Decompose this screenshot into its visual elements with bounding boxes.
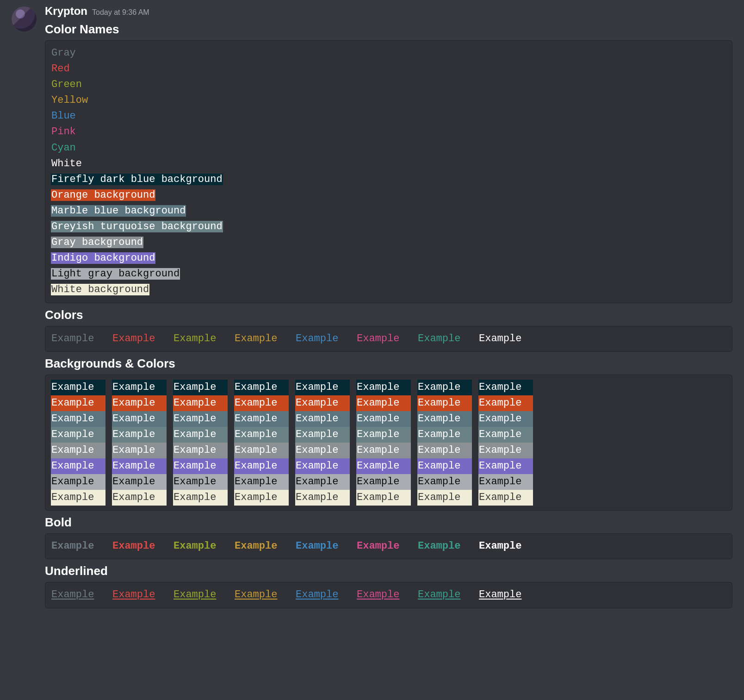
author-name[interactable]: Krypton bbox=[45, 5, 87, 18]
example-token: Example bbox=[417, 474, 472, 490]
example-token: Example bbox=[173, 474, 228, 490]
example-token: Example bbox=[234, 411, 289, 427]
codeblock-underlined[interactable]: ExampleExampleExampleExampleExampleExamp… bbox=[45, 582, 732, 608]
color-name-fg: Red bbox=[51, 63, 70, 75]
example-token: Example bbox=[51, 490, 105, 506]
example-token: Example bbox=[112, 490, 167, 506]
example-token: Example bbox=[295, 458, 350, 474]
example-token: Example bbox=[234, 490, 289, 506]
heading-bold: Bold bbox=[45, 515, 732, 530]
color-name-fg: Cyan bbox=[51, 142, 76, 154]
example-token: Example bbox=[234, 474, 289, 490]
example-token: Example bbox=[356, 538, 411, 554]
example-token: Example bbox=[417, 538, 472, 554]
message-content: Krypton Today at 9:36 AM Color Names Gra… bbox=[45, 5, 732, 611]
example-token: Example bbox=[112, 474, 167, 490]
example-token: Example bbox=[112, 458, 167, 474]
example-token: Example bbox=[478, 395, 533, 411]
example-token: Example bbox=[417, 427, 472, 443]
example-token: Example bbox=[295, 411, 350, 427]
example-token: Example bbox=[51, 395, 105, 411]
message-timestamp: Today at 9:36 AM bbox=[92, 8, 149, 17]
color-name-bg: Marble blue background bbox=[51, 205, 186, 217]
example-token: Example bbox=[295, 587, 350, 603]
example-token: Example bbox=[234, 395, 289, 411]
example-token: Example bbox=[295, 474, 350, 490]
example-token: Example bbox=[478, 587, 533, 603]
example-token: Example bbox=[478, 458, 533, 474]
example-token: Example bbox=[51, 538, 105, 554]
example-token: Example bbox=[478, 443, 533, 458]
example-token: Example bbox=[51, 474, 105, 490]
example-token: Example bbox=[112, 411, 167, 427]
example-token: Example bbox=[173, 458, 228, 474]
example-token: Example bbox=[356, 411, 411, 427]
example-token: Example bbox=[234, 427, 289, 443]
example-token: Example bbox=[295, 443, 350, 458]
example-token: Example bbox=[234, 443, 289, 458]
color-name-fg: Pink bbox=[51, 126, 76, 138]
example-token: Example bbox=[478, 474, 533, 490]
example-token: Example bbox=[356, 458, 411, 474]
example-token: Example bbox=[417, 490, 472, 506]
example-token: Example bbox=[112, 331, 167, 347]
codeblock-bg-colors[interactable]: ExampleExampleExampleExampleExampleExamp… bbox=[45, 375, 732, 511]
heading-bg-colors: Backgrounds & Colors bbox=[45, 356, 732, 371]
example-token: Example bbox=[173, 395, 228, 411]
color-name-fg: Gray bbox=[51, 47, 76, 59]
example-token: Example bbox=[417, 411, 472, 427]
example-token: Example bbox=[295, 490, 350, 506]
color-name-bg: Indigo background bbox=[51, 252, 155, 264]
example-token: Example bbox=[295, 538, 350, 554]
color-name-fg: Green bbox=[51, 79, 82, 90]
codeblock-colors[interactable]: ExampleExampleExampleExampleExampleExamp… bbox=[45, 326, 732, 352]
codeblock-bold[interactable]: ExampleExampleExampleExampleExampleExamp… bbox=[45, 533, 732, 559]
example-token: Example bbox=[356, 587, 411, 603]
example-token: Example bbox=[234, 331, 289, 347]
color-name-fg: Blue bbox=[51, 110, 76, 122]
example-token: Example bbox=[295, 331, 350, 347]
message: Krypton Today at 9:36 AM Color Names Gra… bbox=[12, 5, 732, 611]
example-token: Example bbox=[356, 427, 411, 443]
example-token: Example bbox=[234, 538, 289, 554]
example-token: Example bbox=[112, 443, 167, 458]
example-token: Example bbox=[356, 490, 411, 506]
example-token: Example bbox=[173, 587, 228, 603]
color-name-bg: Gray background bbox=[51, 237, 143, 248]
example-token: Example bbox=[51, 411, 105, 427]
example-token: Example bbox=[51, 331, 105, 347]
example-token: Example bbox=[478, 427, 533, 443]
example-token: Example bbox=[51, 587, 105, 603]
example-token: Example bbox=[417, 380, 472, 395]
avatar[interactable] bbox=[12, 6, 37, 31]
heading-underlined: Underlined bbox=[45, 564, 732, 578]
color-name-bg: White background bbox=[51, 284, 149, 295]
heading-color-names: Color Names bbox=[45, 22, 732, 37]
example-token: Example bbox=[478, 490, 533, 506]
heading-colors: Colors bbox=[45, 308, 732, 322]
example-token: Example bbox=[173, 331, 228, 347]
example-token: Example bbox=[234, 587, 289, 603]
example-token: Example bbox=[417, 458, 472, 474]
example-token: Example bbox=[417, 587, 472, 603]
example-token: Example bbox=[295, 380, 350, 395]
example-token: Example bbox=[112, 587, 167, 603]
example-token: Example bbox=[478, 380, 533, 395]
example-token: Example bbox=[112, 427, 167, 443]
example-token: Example bbox=[417, 395, 472, 411]
example-token: Example bbox=[356, 443, 411, 458]
color-name-bg: Orange background bbox=[51, 189, 155, 201]
codeblock-color-names[interactable]: GrayRedGreenYellowBluePinkCyanWhiteFiref… bbox=[45, 40, 732, 303]
example-token: Example bbox=[356, 331, 411, 347]
example-token: Example bbox=[112, 395, 167, 411]
example-token: Example bbox=[173, 411, 228, 427]
example-token: Example bbox=[173, 380, 228, 395]
example-token: Example bbox=[173, 490, 228, 506]
example-token: Example bbox=[51, 380, 105, 395]
example-token: Example bbox=[356, 380, 411, 395]
example-token: Example bbox=[51, 458, 105, 474]
example-token: Example bbox=[478, 411, 533, 427]
color-name-bg: Light gray background bbox=[51, 268, 180, 280]
example-token: Example bbox=[112, 380, 167, 395]
example-token: Example bbox=[234, 458, 289, 474]
